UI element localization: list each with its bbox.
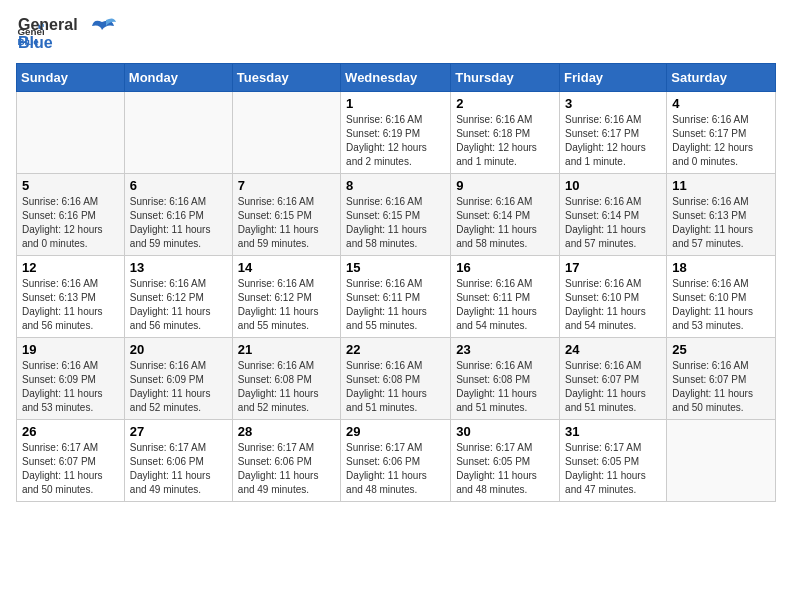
weekday-header-friday: Friday	[560, 64, 667, 92]
calendar-cell: 25Sunrise: 6:16 AM Sunset: 6:07 PM Dayli…	[667, 338, 776, 420]
day-info: Sunrise: 6:16 AM Sunset: 6:08 PM Dayligh…	[346, 359, 445, 415]
calendar-cell: 3Sunrise: 6:16 AM Sunset: 6:17 PM Daylig…	[560, 92, 667, 174]
calendar-cell: 16Sunrise: 6:16 AM Sunset: 6:11 PM Dayli…	[451, 256, 560, 338]
day-number: 18	[672, 260, 770, 275]
calendar-cell: 17Sunrise: 6:16 AM Sunset: 6:10 PM Dayli…	[560, 256, 667, 338]
day-number: 27	[130, 424, 227, 439]
calendar-cell	[667, 420, 776, 502]
calendar-cell: 14Sunrise: 6:16 AM Sunset: 6:12 PM Dayli…	[232, 256, 340, 338]
day-number: 14	[238, 260, 335, 275]
calendar-cell	[232, 92, 340, 174]
day-number: 20	[130, 342, 227, 357]
day-info: Sunrise: 6:16 AM Sunset: 6:18 PM Dayligh…	[456, 113, 554, 169]
day-info: Sunrise: 6:16 AM Sunset: 6:13 PM Dayligh…	[22, 277, 119, 333]
day-number: 23	[456, 342, 554, 357]
day-number: 11	[672, 178, 770, 193]
day-number: 12	[22, 260, 119, 275]
calendar-cell	[17, 92, 125, 174]
calendar-cell: 21Sunrise: 6:16 AM Sunset: 6:08 PM Dayli…	[232, 338, 340, 420]
weekday-header-row: SundayMondayTuesdayWednesdayThursdayFrid…	[17, 64, 776, 92]
weekday-header-thursday: Thursday	[451, 64, 560, 92]
day-number: 24	[565, 342, 661, 357]
day-number: 9	[456, 178, 554, 193]
day-number: 8	[346, 178, 445, 193]
day-info: Sunrise: 6:16 AM Sunset: 6:16 PM Dayligh…	[22, 195, 119, 251]
calendar-cell	[124, 92, 232, 174]
day-number: 7	[238, 178, 335, 193]
day-info: Sunrise: 6:16 AM Sunset: 6:14 PM Dayligh…	[456, 195, 554, 251]
day-number: 6	[130, 178, 227, 193]
day-number: 28	[238, 424, 335, 439]
day-number: 10	[565, 178, 661, 193]
calendar-cell: 28Sunrise: 6:17 AM Sunset: 6:06 PM Dayli…	[232, 420, 340, 502]
day-info: Sunrise: 6:16 AM Sunset: 6:11 PM Dayligh…	[346, 277, 445, 333]
calendar-cell: 2Sunrise: 6:16 AM Sunset: 6:18 PM Daylig…	[451, 92, 560, 174]
calendar-cell: 5Sunrise: 6:16 AM Sunset: 6:16 PM Daylig…	[17, 174, 125, 256]
day-info: Sunrise: 6:17 AM Sunset: 6:06 PM Dayligh…	[238, 441, 335, 497]
calendar-cell: 19Sunrise: 6:16 AM Sunset: 6:09 PM Dayli…	[17, 338, 125, 420]
day-info: Sunrise: 6:16 AM Sunset: 6:14 PM Dayligh…	[565, 195, 661, 251]
day-number: 21	[238, 342, 335, 357]
day-info: Sunrise: 6:16 AM Sunset: 6:19 PM Dayligh…	[346, 113, 445, 169]
day-number: 15	[346, 260, 445, 275]
day-info: Sunrise: 6:16 AM Sunset: 6:17 PM Dayligh…	[672, 113, 770, 169]
day-info: Sunrise: 6:17 AM Sunset: 6:07 PM Dayligh…	[22, 441, 119, 497]
calendar-cell: 4Sunrise: 6:16 AM Sunset: 6:17 PM Daylig…	[667, 92, 776, 174]
day-number: 31	[565, 424, 661, 439]
weekday-header-monday: Monday	[124, 64, 232, 92]
day-info: Sunrise: 6:16 AM Sunset: 6:09 PM Dayligh…	[130, 359, 227, 415]
day-number: 5	[22, 178, 119, 193]
day-number: 17	[565, 260, 661, 275]
day-info: Sunrise: 6:16 AM Sunset: 6:17 PM Dayligh…	[565, 113, 661, 169]
logo-general-text: General	[18, 16, 78, 34]
calendar-table: SundayMondayTuesdayWednesdayThursdayFrid…	[16, 63, 776, 502]
day-number: 26	[22, 424, 119, 439]
calendar-cell: 10Sunrise: 6:16 AM Sunset: 6:14 PM Dayli…	[560, 174, 667, 256]
day-number: 29	[346, 424, 445, 439]
header: General Blue General Blue	[16, 16, 776, 51]
day-info: Sunrise: 6:17 AM Sunset: 6:06 PM Dayligh…	[346, 441, 445, 497]
logo: General Blue General Blue	[16, 16, 116, 51]
logo-bird-icon	[84, 14, 116, 46]
day-number: 30	[456, 424, 554, 439]
day-number: 4	[672, 96, 770, 111]
calendar-week-row: 12Sunrise: 6:16 AM Sunset: 6:13 PM Dayli…	[17, 256, 776, 338]
calendar-cell: 20Sunrise: 6:16 AM Sunset: 6:09 PM Dayli…	[124, 338, 232, 420]
calendar-week-row: 19Sunrise: 6:16 AM Sunset: 6:09 PM Dayli…	[17, 338, 776, 420]
day-info: Sunrise: 6:17 AM Sunset: 6:05 PM Dayligh…	[456, 441, 554, 497]
day-info: Sunrise: 6:16 AM Sunset: 6:08 PM Dayligh…	[238, 359, 335, 415]
weekday-header-tuesday: Tuesday	[232, 64, 340, 92]
weekday-header-saturday: Saturday	[667, 64, 776, 92]
calendar-cell: 11Sunrise: 6:16 AM Sunset: 6:13 PM Dayli…	[667, 174, 776, 256]
calendar-cell: 26Sunrise: 6:17 AM Sunset: 6:07 PM Dayli…	[17, 420, 125, 502]
calendar-cell: 6Sunrise: 6:16 AM Sunset: 6:16 PM Daylig…	[124, 174, 232, 256]
calendar-cell: 1Sunrise: 6:16 AM Sunset: 6:19 PM Daylig…	[341, 92, 451, 174]
day-number: 3	[565, 96, 661, 111]
day-number: 16	[456, 260, 554, 275]
day-info: Sunrise: 6:17 AM Sunset: 6:05 PM Dayligh…	[565, 441, 661, 497]
day-info: Sunrise: 6:16 AM Sunset: 6:15 PM Dayligh…	[238, 195, 335, 251]
day-info: Sunrise: 6:16 AM Sunset: 6:10 PM Dayligh…	[565, 277, 661, 333]
calendar-cell: 8Sunrise: 6:16 AM Sunset: 6:15 PM Daylig…	[341, 174, 451, 256]
day-number: 13	[130, 260, 227, 275]
calendar-cell: 31Sunrise: 6:17 AM Sunset: 6:05 PM Dayli…	[560, 420, 667, 502]
page: General Blue General Blue SundayMondayTu…	[0, 0, 792, 518]
calendar-cell: 27Sunrise: 6:17 AM Sunset: 6:06 PM Dayli…	[124, 420, 232, 502]
day-number: 25	[672, 342, 770, 357]
day-info: Sunrise: 6:16 AM Sunset: 6:07 PM Dayligh…	[672, 359, 770, 415]
day-info: Sunrise: 6:17 AM Sunset: 6:06 PM Dayligh…	[130, 441, 227, 497]
day-info: Sunrise: 6:16 AM Sunset: 6:11 PM Dayligh…	[456, 277, 554, 333]
calendar-cell: 7Sunrise: 6:16 AM Sunset: 6:15 PM Daylig…	[232, 174, 340, 256]
day-number: 19	[22, 342, 119, 357]
weekday-header-sunday: Sunday	[17, 64, 125, 92]
day-number: 2	[456, 96, 554, 111]
calendar-week-row: 1Sunrise: 6:16 AM Sunset: 6:19 PM Daylig…	[17, 92, 776, 174]
calendar-cell: 23Sunrise: 6:16 AM Sunset: 6:08 PM Dayli…	[451, 338, 560, 420]
day-info: Sunrise: 6:16 AM Sunset: 6:08 PM Dayligh…	[456, 359, 554, 415]
calendar-cell: 24Sunrise: 6:16 AM Sunset: 6:07 PM Dayli…	[560, 338, 667, 420]
calendar-week-row: 26Sunrise: 6:17 AM Sunset: 6:07 PM Dayli…	[17, 420, 776, 502]
day-info: Sunrise: 6:16 AM Sunset: 6:12 PM Dayligh…	[238, 277, 335, 333]
day-info: Sunrise: 6:16 AM Sunset: 6:13 PM Dayligh…	[672, 195, 770, 251]
calendar-cell: 9Sunrise: 6:16 AM Sunset: 6:14 PM Daylig…	[451, 174, 560, 256]
day-info: Sunrise: 6:16 AM Sunset: 6:10 PM Dayligh…	[672, 277, 770, 333]
